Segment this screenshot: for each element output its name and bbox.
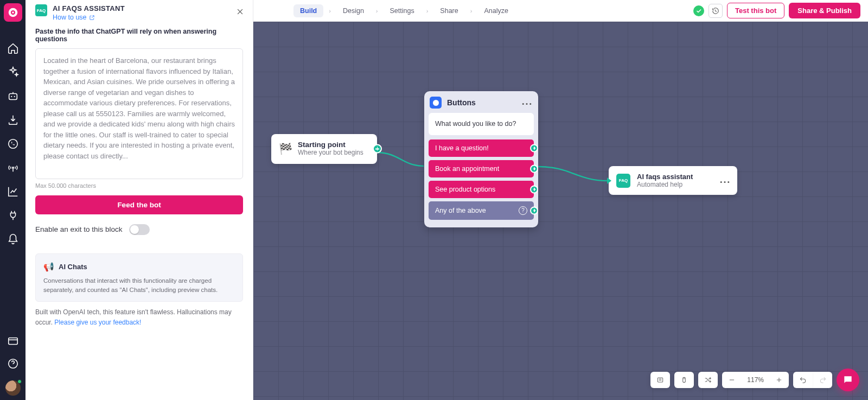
question-mark-icon: ? [519, 206, 527, 215]
home-icon[interactable] [7, 42, 19, 54]
svg-point-10 [522, 103, 524, 105]
svg-point-2 [12, 11, 14, 14]
mouse-tool-icon[interactable] [674, 372, 694, 388]
undo-icon[interactable] [793, 372, 813, 388]
broadcast-icon[interactable] [7, 162, 19, 174]
button-option-2[interactable]: See product options [429, 181, 534, 198]
zoom-out-button[interactable] [722, 372, 742, 388]
user-avatar[interactable] [5, 380, 21, 396]
tab-settings[interactable]: Settings [384, 4, 421, 17]
plug-icon[interactable] [7, 209, 19, 221]
footer-note: Built with OpenAI tech, this feature isn… [35, 307, 243, 327]
help-icon[interactable] [7, 358, 19, 370]
enable-exit-toggle[interactable] [129, 224, 150, 235]
analytics-icon[interactable] [7, 186, 19, 198]
svg-rect-3 [9, 93, 17, 99]
node-menu-icon[interactable] [720, 176, 730, 186]
topbar-tabs: Build › Design › Settings › Share › Anal… [293, 4, 515, 17]
button-option-3[interactable]: Any of the above? [429, 201, 534, 220]
card-icon[interactable] [7, 335, 19, 347]
svg-point-12 [529, 103, 531, 105]
tab-share[interactable]: Share [433, 4, 464, 17]
feed-the-bot-button[interactable]: Feed the bot [35, 195, 243, 214]
svg-point-13 [720, 181, 722, 183]
svg-rect-8 [8, 338, 17, 345]
knowledge-textarea[interactable] [35, 48, 243, 179]
buttons-question: What would you like to do? [429, 113, 534, 135]
close-icon[interactable] [236, 4, 244, 18]
node-input-port[interactable] [607, 177, 611, 184]
buttons-block-title: Buttons [447, 98, 476, 107]
app-logo[interactable] [4, 3, 22, 22]
svg-point-5 [14, 96, 15, 97]
bot-icon[interactable] [7, 90, 19, 102]
faq-badge-icon: FAQ [35, 4, 47, 16]
node-start-title: Starting point [298, 141, 363, 149]
zoom-value: 117% [742, 376, 769, 384]
node-output-port[interactable] [373, 144, 382, 154]
feedback-link[interactable]: Please give us your feedback! [54, 319, 141, 326]
chevron-right-icon: › [376, 8, 378, 14]
svg-point-11 [526, 103, 528, 105]
redo-icon[interactable] [813, 372, 832, 388]
left-rail [0, 0, 25, 400]
svg-point-6 [8, 139, 17, 149]
megaphone-icon: 📢 [43, 262, 54, 272]
field-label: Paste the info that ChatGPT will rely on… [35, 28, 243, 43]
info-title: AI Chats [59, 263, 87, 271]
option-output-port[interactable] [530, 206, 538, 214]
max-characters-hint: Max 50.000 characters [35, 182, 243, 189]
node-menu-icon[interactable] [522, 98, 532, 107]
tab-build[interactable]: Build [293, 4, 323, 17]
node-buttons[interactable]: Buttons What would you like to do? I hav… [424, 91, 538, 227]
ai-chats-info-card: 📢 AI Chats Conversations that interact w… [35, 253, 243, 302]
node-ai-faqs[interactable]: FAQ AI faqs assistant Automated help [609, 166, 737, 195]
how-to-use-link[interactable]: How to use [53, 14, 125, 21]
status-ok-icon [693, 5, 704, 16]
shuffle-icon[interactable] [698, 372, 718, 388]
main-area: Build › Design › Settings › Share › Anal… [253, 0, 868, 400]
external-link-icon [89, 15, 95, 21]
info-body: Conversations that interact with this fu… [43, 276, 235, 295]
svg-point-7 [12, 167, 14, 169]
button-option-1[interactable]: Book an appointment [429, 160, 534, 177]
svg-point-14 [724, 181, 726, 183]
node-start-subtitle: Where your bot begins [298, 149, 363, 157]
share-publish-button[interactable]: Share & Publish [789, 3, 860, 18]
enable-exit-label: Enable an exit to this block [35, 225, 123, 233]
faq-node-icon: FAQ [616, 174, 630, 188]
flow-canvas[interactable]: 🏁 Starting point Where your bot begins B… [253, 22, 868, 400]
canvas-toolbar: 117% [650, 369, 859, 391]
note-tool-icon[interactable] [650, 372, 670, 388]
faq-node-title: AI faqs assistant [637, 173, 713, 181]
chat-fab-button[interactable] [837, 369, 859, 391]
sparkles-icon[interactable] [7, 66, 19, 78]
option-output-port[interactable] [530, 164, 538, 173]
whatsapp-icon[interactable] [7, 138, 19, 150]
option-output-port[interactable] [530, 144, 538, 152]
option-output-port[interactable] [530, 185, 538, 193]
side-panel: FAQ AI FAQS ASSISTANT How to use Paste t… [25, 0, 253, 400]
flag-icon: 🏁 [279, 142, 292, 155]
chevron-right-icon: › [470, 8, 473, 14]
zoom-in-button[interactable] [769, 372, 789, 388]
chevron-right-icon: › [426, 8, 429, 14]
history-button[interactable] [709, 4, 723, 18]
chevron-right-icon: › [329, 8, 331, 14]
svg-rect-16 [658, 378, 663, 382]
button-option-0[interactable]: I have a question! [429, 139, 534, 157]
faq-node-subtitle: Automated help [637, 181, 713, 188]
topbar: Build › Design › Settings › Share › Anal… [253, 0, 868, 22]
download-icon[interactable] [7, 114, 19, 126]
test-bot-button[interactable]: Test this bot [727, 3, 784, 18]
panel-title: AI FAQS ASSISTANT [53, 4, 125, 12]
node-starting-point[interactable]: 🏁 Starting point Where your bot begins [271, 134, 377, 164]
tab-design[interactable]: Design [336, 4, 371, 17]
buttons-block-icon [430, 97, 442, 109]
svg-point-15 [727, 181, 729, 183]
bell-icon[interactable] [7, 233, 19, 245]
svg-point-4 [11, 96, 12, 97]
tab-analyze[interactable]: Analyze [477, 4, 514, 17]
